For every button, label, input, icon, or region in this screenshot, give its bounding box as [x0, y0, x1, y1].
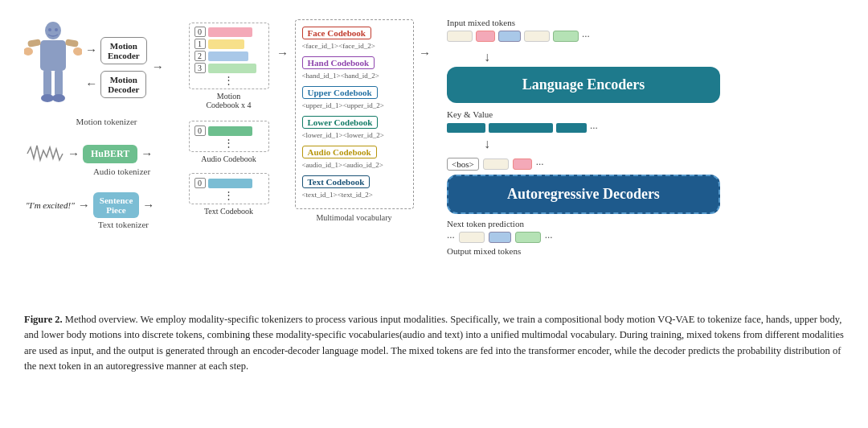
- lower-codebook-subtitle: <lower_id_1><lower_id_2>: [302, 131, 407, 139]
- next-token-label: Next token prediction: [447, 219, 524, 228]
- vocab-face-codebook: Face Codebook <face_id_1><face_id_2>: [302, 25, 407, 50]
- audio-codebook-title: Audio Codebook: [302, 146, 377, 158]
- output-token-2: [489, 232, 511, 243]
- human-figure-svg: [24, 19, 82, 112]
- bos-token-2: [513, 158, 532, 170]
- token-dots-1: ···: [582, 30, 590, 43]
- codebook-grid-col: 0 1 2 3 ⋮ Motion Codebook x 4: [182, 14, 275, 304]
- audio-codebook-grid: 0 ⋮: [189, 121, 269, 152]
- output-tokens-label: Output mixed tokens: [447, 246, 521, 256]
- hand-codebook-subtitle: <hand_id_1><hand_id_2>: [302, 72, 407, 80]
- left-motion-section: → MotionEncoder ← MotionDecoder → Motion…: [24, 14, 181, 229]
- diagram-area: → MotionEncoder ← MotionDecoder → Motion…: [24, 14, 844, 304]
- motion-decoder-arrow-left: ←: [85, 77, 97, 91]
- svg-rect-6: [43, 69, 51, 97]
- text-codebook-label: Text Codebook: [204, 207, 253, 216]
- svg-rect-7: [55, 69, 63, 97]
- kv-dots: ···: [590, 121, 598, 134]
- svg-rect-1: [40, 40, 66, 71]
- vocab-audio-codebook: Audio Codebook <audio_id_1><audio_id_2>: [302, 144, 407, 169]
- audio-waveform-icon: [26, 142, 64, 165]
- sentence-piece-box: SentencePiece: [93, 192, 140, 218]
- audio-codebook-subtitle: <audio_id_1><audio_id_2>: [302, 161, 407, 169]
- token-green-1: [553, 31, 579, 42]
- vocab-to-encoder-arrow: →: [419, 47, 431, 60]
- input-tokens-section: Input mixed tokens ···: [447, 18, 590, 43]
- page-container: → MotionEncoder ← MotionDecoder → Motion…: [0, 0, 868, 389]
- autoregressive-decoders-box: Autoregressive Decoders: [447, 175, 720, 214]
- svg-point-5: [72, 47, 82, 56]
- bos-row: <bos> ···: [447, 158, 543, 171]
- vocab-col: Face Codebook <face_id_1><face_id_2> Han…: [292, 14, 416, 304]
- input-tokens-label: Input mixed tokens: [447, 18, 515, 27]
- multimodal-vocab-label: Multimodal vocabulary: [316, 213, 391, 222]
- svg-point-11: [55, 28, 58, 31]
- svg-point-9: [52, 94, 65, 102]
- lower-codebook-title: Lower Codebook: [302, 116, 379, 129]
- hubert-box: HuBERT: [83, 145, 137, 163]
- vocab-hand-codebook: Hand Codebook <hand_id_1><hand_id_2>: [302, 55, 407, 80]
- excited-text: "I'm excited!": [26, 200, 75, 210]
- token-blue-1: [498, 31, 521, 42]
- face-codebook-title: Face Codebook: [302, 27, 371, 39]
- text-codebook-title: Text Codebook: [302, 175, 371, 188]
- svg-rect-3: [65, 39, 79, 47]
- output-tokens-row: ··· ···: [447, 231, 553, 244]
- audio-to-hubert-arrow: →: [68, 147, 80, 161]
- output-dots-2: ···: [545, 231, 553, 244]
- text-codebook-grid: 0 ⋮: [189, 173, 269, 204]
- output-dots-1: ···: [447, 231, 455, 244]
- hand-codebook-title: Hand Codebook: [302, 56, 375, 69]
- output-token-1: [459, 232, 485, 243]
- motion-encoder-box: MotionEncoder: [100, 37, 147, 64]
- right-col: Input mixed tokens ··· ↓ Language Encode…: [431, 14, 844, 304]
- vocab-lower-codebook: Lower Codebook <lower_id_1><lower_id_2>: [302, 114, 407, 139]
- down-arrow-2: ↓: [479, 137, 495, 151]
- language-encoders-box: Language Encoders: [447, 67, 720, 103]
- vocab-text-codebook: Text Codebook <text_id_1><text_id_2>: [302, 174, 407, 199]
- text-codebook-subtitle: <text_id_1><text_id_2>: [302, 191, 407, 199]
- text-tokenizer-label: Text tokenizer: [66, 220, 181, 229]
- audio-codebook-label: Audio Codebook: [201, 154, 256, 163]
- codebook-to-vocab-arrow: →: [276, 47, 289, 60]
- svg-point-10: [48, 28, 51, 31]
- text-to-sp-arrow: →: [78, 199, 90, 212]
- svg-point-4: [24, 47, 33, 56]
- upper-codebook-subtitle: <upper_id_1><upper_id_2>: [302, 101, 407, 109]
- figure-caption: Figure 2. Method overview. We employ mod…: [24, 312, 844, 375]
- svg-point-8: [41, 94, 54, 102]
- motion-to-codebook-arrow: →: [152, 60, 164, 74]
- kv-bar-3: [556, 123, 587, 133]
- motion-codebook-grid: 0 1 2 3 ⋮: [189, 23, 269, 89]
- token-cream-1: [447, 31, 473, 42]
- motion-encoder-arrow: →: [85, 43, 97, 57]
- input-tokens-row: ···: [447, 30, 590, 43]
- motion-tokenizer-label: Motion tokenizer: [32, 117, 181, 126]
- vocab-upper-codebook: Upper Codebook <upper_id_1><upper_id_2>: [302, 84, 407, 109]
- face-codebook-subtitle: <face_id_1><face_id_2>: [302, 42, 407, 50]
- motion-decoder-box: MotionDecoder: [100, 71, 146, 98]
- kv-label: Key & Value: [447, 109, 493, 119]
- figure-label: Figure 2.: [24, 314, 63, 325]
- kv-bar-2: [489, 123, 553, 133]
- hubert-to-codebook-arrow: →: [141, 147, 153, 161]
- multimodal-vocabulary-box: Face Codebook <face_id_1><face_id_2> Han…: [295, 19, 414, 209]
- token-pink-1: [476, 31, 495, 42]
- kv-tokens-row: ···: [447, 121, 598, 134]
- kv-bar-1: [447, 123, 485, 133]
- bos-tag: <bos>: [447, 158, 479, 171]
- caption-text: Method overview. We employ modality-spec…: [24, 314, 844, 372]
- token-cream-2: [524, 31, 550, 42]
- audio-tokenizer-label: Audio tokenizer: [63, 167, 181, 176]
- bos-token-1: [483, 158, 509, 170]
- upper-codebook-title: Upper Codebook: [302, 86, 378, 99]
- sp-to-codebook-arrow: →: [142, 199, 154, 212]
- output-token-3: [515, 232, 541, 243]
- motion-codebook-label: Motion Codebook x 4: [206, 92, 251, 109]
- down-arrow-1: ↓: [479, 50, 495, 64]
- svg-rect-2: [27, 39, 41, 47]
- bos-dots: ···: [536, 158, 544, 171]
